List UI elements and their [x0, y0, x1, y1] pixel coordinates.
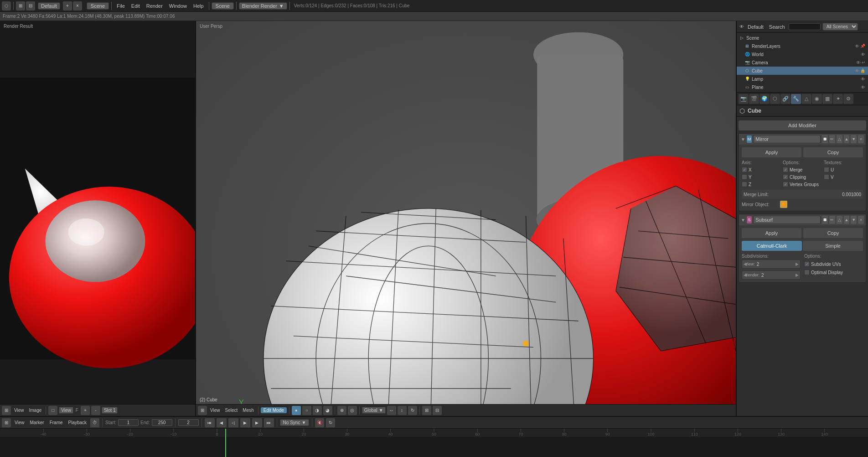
object-props-icon[interactable]: ⬡	[770, 94, 780, 104]
timeline-frame-menu[interactable]: Frame	[48, 420, 65, 426]
render-result-label[interactable]: View	[59, 407, 73, 414]
timeline-clock-icon[interactable]: ⏱	[90, 418, 99, 427]
tree-item-lamp[interactable]: 💡 Lamp 👁	[737, 75, 868, 83]
center-panel[interactable]: X Y Z User Persp (2) Cube ⊞ View Select …	[196, 21, 736, 416]
jump-to-start-btn[interactable]: ⏮	[205, 418, 215, 427]
lamp-eye[interactable]: 👁	[861, 77, 865, 82]
world-eye[interactable]: 👁	[861, 52, 865, 57]
object-name[interactable]: Cube	[748, 108, 761, 114]
viewport-mesh-menu[interactable]: Mesh	[241, 407, 255, 413]
tree-item-camera[interactable]: 📷 Camera 👁 ↩	[737, 58, 868, 67]
subsurf-edit-icon[interactable]: ✏	[829, 216, 835, 224]
camera-eye[interactable]: 👁	[856, 60, 861, 65]
scene-input[interactable]: Scene	[212, 2, 234, 10]
render-props-icon[interactable]: 📷	[739, 94, 749, 104]
mirror-edit-icon[interactable]: ✏	[829, 135, 835, 143]
subsurf-copy-btn[interactable]: Copy	[803, 228, 863, 238]
texture-props-icon[interactable]: ▦	[822, 94, 832, 104]
axis-y-checkbox[interactable]	[742, 174, 747, 180]
subsurf-apply-btn[interactable]: Apply	[742, 228, 801, 238]
subdivide-uvs-checkbox[interactable]	[804, 261, 810, 267]
catmull-clark-tab[interactable]: Catmull-Clark	[742, 241, 802, 251]
render-image-menu[interactable]: Image	[27, 407, 44, 413]
view-subdiv-field[interactable]: ◀ View: 2 ▶	[742, 260, 801, 269]
menu-edit[interactable]: Edit	[129, 2, 143, 10]
tree-item-cube[interactable]: ⬡ Cube 👁 🔒	[737, 67, 868, 75]
add-layout[interactable]: +	[63, 1, 72, 10]
renderlayers-eye[interactable]: 👁	[855, 44, 859, 49]
optimal-display-checkbox[interactable]	[804, 270, 810, 275]
render-type-icon[interactable]: □	[48, 406, 57, 415]
blender-logo[interactable]: ⬡	[2, 1, 11, 10]
subsurf-collapse-toggle[interactable]: ▼	[741, 218, 745, 223]
data-props-icon[interactable]: △	[801, 94, 811, 104]
menu-render[interactable]: Render	[144, 2, 165, 10]
menu-window[interactable]: Window	[166, 2, 190, 10]
start-frame-input[interactable]: 1	[118, 419, 139, 426]
tree-item-renderlayers[interactable]: ⊞ RenderLayers 👁 📌	[737, 42, 868, 50]
wire-shading-btn[interactable]: ○	[302, 406, 311, 415]
manip-icon3[interactable]: ↻	[408, 406, 417, 415]
subsurf-cage-icon[interactable]: △	[837, 216, 842, 224]
jump-to-end-btn[interactable]: ⏭	[264, 418, 274, 427]
loop-icon[interactable]: ↻	[326, 418, 335, 427]
mirror-down-icon[interactable]: ▼	[851, 135, 857, 143]
solid-shading-btn[interactable]: ●	[292, 406, 301, 415]
clipping-checkbox[interactable]	[783, 174, 788, 180]
add-modifier-btn[interactable]: Add Modifier	[739, 120, 866, 130]
tree-item-world[interactable]: 🌐 World 👁	[737, 50, 868, 58]
layer-icon[interactable]: ⊞	[422, 406, 431, 415]
mirror-up-icon[interactable]: ▲	[844, 135, 850, 143]
mirror-copy-btn[interactable]: Copy	[803, 147, 863, 157]
modifier-props-icon[interactable]: 🔧	[791, 94, 801, 104]
scene-props-icon[interactable]: 🎬	[749, 94, 759, 104]
mirror-obj-icon[interactable]: 🔶	[780, 201, 787, 208]
render-subdiv-incr[interactable]: ▶	[796, 273, 799, 277]
physics-props-icon[interactable]: ⚙	[843, 94, 853, 104]
timeline-track[interactable]: -40 -30 -20 -10 0 10 20 30 40 50	[0, 429, 868, 457]
menu-help[interactable]: Help	[191, 2, 207, 10]
cube-eye[interactable]: 👁	[855, 68, 859, 73]
layout-icon2[interactable]: ⊟	[26, 1, 35, 10]
axis-x-checkbox[interactable]	[742, 167, 747, 172]
view-label[interactable]: Default	[748, 24, 764, 30]
step-forward-btn[interactable]: ▶	[252, 418, 262, 427]
timeline-area-icon[interactable]: ⊞	[2, 418, 11, 427]
scene-selector[interactable]: All Scenes	[822, 23, 858, 31]
audio-icon[interactable]: 🔇	[315, 418, 324, 427]
slot-selector[interactable]: Slot 1	[102, 407, 118, 414]
scene-name-input[interactable]: Scene	[87, 2, 109, 10]
mirror-apply-btn[interactable]: Apply	[742, 147, 801, 157]
manip-icon[interactable]: ↔	[387, 406, 396, 415]
mirror-name-input[interactable]	[753, 135, 821, 143]
end-frame-input[interactable]: 250	[152, 419, 172, 426]
simple-tab[interactable]: Simple	[803, 241, 863, 251]
view-subdiv-incr[interactable]: ▶	[796, 262, 799, 266]
plane-eye[interactable]: 👁	[861, 85, 865, 90]
fps-input[interactable]: 2	[178, 419, 199, 426]
axis-z-checkbox[interactable]	[742, 182, 747, 187]
layout-name[interactable]: Default	[38, 2, 60, 10]
subsurf-render-icon[interactable]: 🔲	[822, 216, 828, 224]
merge-limit-value[interactable]: 0.001000	[842, 192, 861, 197]
particle-props-icon[interactable]: ✦	[833, 94, 843, 104]
subsurf-close-icon[interactable]: ×	[858, 216, 864, 224]
tree-item-plane[interactable]: ▭ Plane 👁	[737, 83, 868, 91]
frame-plus[interactable]: +	[81, 406, 90, 415]
outliner-search[interactable]	[789, 23, 821, 30]
render-subdiv-field[interactable]: ◀ Render: 2 ▶	[742, 270, 801, 280]
world-props-icon[interactable]: 🌍	[760, 94, 770, 104]
tex-u-checkbox[interactable]	[824, 167, 829, 172]
viewport-select-menu[interactable]: Select	[223, 407, 240, 413]
close-layout[interactable]: ×	[73, 1, 82, 10]
timeline-playback-menu[interactable]: Playback	[67, 420, 89, 426]
camera-extra[interactable]: ↩	[862, 60, 865, 65]
menu-file[interactable]: File	[114, 2, 128, 10]
renderlayers-pin[interactable]: 📌	[860, 44, 865, 48]
play-back-btn[interactable]: ◁	[228, 418, 238, 427]
timeline-view-menu[interactable]: View	[13, 420, 26, 426]
subsurf-down-icon[interactable]: ▼	[851, 216, 857, 224]
viewport-view-menu[interactable]: View	[208, 407, 222, 413]
step-back-btn[interactable]: ◀	[217, 418, 227, 427]
cube-extra[interactable]: 🔒	[860, 68, 865, 73]
